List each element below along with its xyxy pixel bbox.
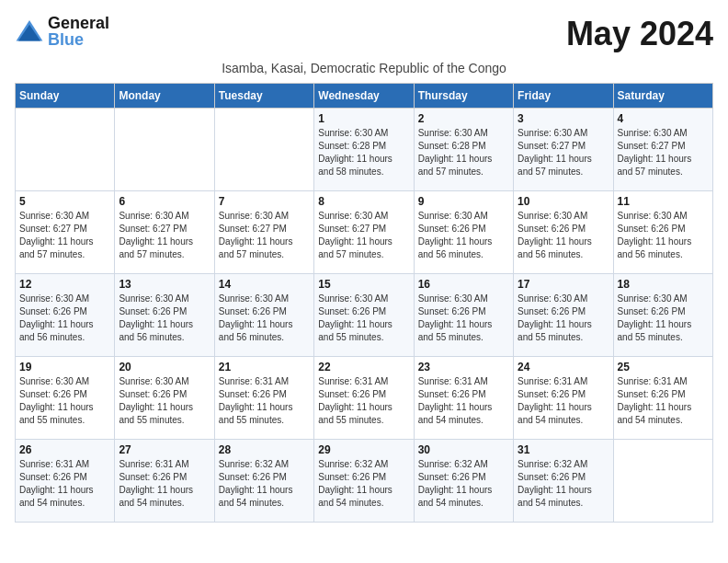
day-info: Sunrise: 6:30 AM Sunset: 6:26 PM Dayligh… — [618, 293, 709, 344]
day-number: 30 — [418, 443, 509, 456]
calendar-week-1: 1Sunrise: 6:30 AM Sunset: 6:28 PM Daylig… — [16, 109, 713, 191]
day-number: 2 — [418, 112, 509, 125]
title-area: May 2024 — [566, 15, 713, 53]
logo-icon — [15, 18, 44, 44]
logo: General Blue — [15, 15, 109, 48]
calendar-cell: 17Sunrise: 6:30 AM Sunset: 6:26 PM Dayli… — [514, 274, 613, 357]
header-sunday: Sunday — [16, 84, 115, 109]
day-info: Sunrise: 6:30 AM Sunset: 6:26 PM Dayligh… — [119, 293, 210, 344]
day-info: Sunrise: 6:30 AM Sunset: 6:26 PM Dayligh… — [19, 293, 110, 344]
day-number: 31 — [518, 443, 609, 456]
day-number: 26 — [19, 443, 110, 456]
calendar-cell: 25Sunrise: 6:31 AM Sunset: 6:26 PM Dayli… — [613, 357, 712, 440]
day-number: 27 — [119, 443, 210, 456]
calendar-cell: 27Sunrise: 6:31 AM Sunset: 6:26 PM Dayli… — [115, 440, 214, 523]
calendar-cell: 21Sunrise: 6:31 AM Sunset: 6:26 PM Dayli… — [214, 357, 313, 440]
day-info: Sunrise: 6:30 AM Sunset: 6:27 PM Dayligh… — [518, 127, 609, 178]
day-info: Sunrise: 6:31 AM Sunset: 6:26 PM Dayligh… — [19, 458, 110, 510]
calendar-cell: 10Sunrise: 6:30 AM Sunset: 6:26 PM Dayli… — [514, 191, 613, 274]
day-info: Sunrise: 6:32 AM Sunset: 6:26 PM Dayligh… — [518, 458, 609, 510]
day-info: Sunrise: 6:31 AM Sunset: 6:26 PM Dayligh… — [219, 375, 310, 427]
day-number: 12 — [19, 278, 110, 291]
day-info: Sunrise: 6:31 AM Sunset: 6:26 PM Dayligh… — [618, 375, 709, 427]
day-number: 7 — [219, 195, 310, 208]
day-number: 3 — [518, 112, 609, 125]
calendar-cell — [613, 440, 712, 523]
day-number: 16 — [418, 278, 509, 291]
calendar-header: Sunday Monday Tuesday Wednesday Thursday… — [16, 84, 713, 109]
day-number: 29 — [318, 443, 409, 456]
calendar-cell: 2Sunrise: 6:30 AM Sunset: 6:28 PM Daylig… — [414, 109, 513, 191]
day-number: 1 — [318, 112, 409, 125]
calendar-cell: 22Sunrise: 6:31 AM Sunset: 6:26 PM Dayli… — [314, 357, 414, 440]
calendar-cell: 20Sunrise: 6:30 AM Sunset: 6:26 PM Dayli… — [115, 357, 214, 440]
calendar-cell: 7Sunrise: 6:30 AM Sunset: 6:27 PM Daylig… — [214, 191, 313, 274]
logo-blue: Blue — [48, 30, 84, 49]
calendar-cell: 26Sunrise: 6:31 AM Sunset: 6:26 PM Dayli… — [16, 440, 115, 523]
calendar-cell: 1Sunrise: 6:30 AM Sunset: 6:28 PM Daylig… — [314, 109, 414, 191]
calendar-cell: 13Sunrise: 6:30 AM Sunset: 6:26 PM Dayli… — [115, 274, 214, 357]
calendar-cell: 6Sunrise: 6:30 AM Sunset: 6:27 PM Daylig… — [115, 191, 214, 274]
calendar-cell: 4Sunrise: 6:30 AM Sunset: 6:27 PM Daylig… — [613, 109, 712, 191]
day-number: 18 — [618, 278, 709, 291]
day-number: 21 — [219, 361, 310, 373]
day-info: Sunrise: 6:30 AM Sunset: 6:27 PM Dayligh… — [19, 210, 110, 261]
calendar-cell — [115, 109, 214, 191]
day-info: Sunrise: 6:30 AM Sunset: 6:26 PM Dayligh… — [518, 210, 609, 261]
month-title: May 2024 — [566, 15, 713, 53]
day-info: Sunrise: 6:31 AM Sunset: 6:26 PM Dayligh… — [119, 458, 210, 510]
day-number: 20 — [119, 361, 210, 373]
day-info: Sunrise: 6:30 AM Sunset: 6:27 PM Dayligh… — [119, 210, 210, 261]
calendar-cell: 5Sunrise: 6:30 AM Sunset: 6:27 PM Daylig… — [16, 191, 115, 274]
day-info: Sunrise: 6:31 AM Sunset: 6:26 PM Dayligh… — [518, 375, 609, 427]
day-number: 10 — [518, 195, 609, 208]
day-number: 13 — [119, 278, 210, 291]
day-number: 4 — [618, 112, 709, 125]
day-number: 23 — [418, 361, 509, 373]
day-number: 6 — [119, 195, 210, 208]
day-info: Sunrise: 6:30 AM Sunset: 6:26 PM Dayligh… — [518, 293, 609, 344]
day-info: Sunrise: 6:30 AM Sunset: 6:26 PM Dayligh… — [219, 293, 310, 344]
calendar-week-2: 5Sunrise: 6:30 AM Sunset: 6:27 PM Daylig… — [16, 191, 713, 274]
day-number: 15 — [318, 278, 409, 291]
day-info: Sunrise: 6:31 AM Sunset: 6:26 PM Dayligh… — [418, 375, 509, 427]
header-saturday: Saturday — [613, 84, 712, 109]
day-number: 5 — [19, 195, 110, 208]
calendar-week-5: 26Sunrise: 6:31 AM Sunset: 6:26 PM Dayli… — [16, 440, 713, 523]
calendar-week-3: 12Sunrise: 6:30 AM Sunset: 6:26 PM Dayli… — [16, 274, 713, 357]
calendar-cell: 11Sunrise: 6:30 AM Sunset: 6:26 PM Dayli… — [613, 191, 712, 274]
header-tuesday: Tuesday — [214, 84, 313, 109]
day-info: Sunrise: 6:32 AM Sunset: 6:26 PM Dayligh… — [418, 458, 509, 510]
day-info: Sunrise: 6:30 AM Sunset: 6:26 PM Dayligh… — [318, 293, 409, 344]
header-friday: Friday — [514, 84, 613, 109]
header-monday: Monday — [115, 84, 214, 109]
calendar-cell: 16Sunrise: 6:30 AM Sunset: 6:26 PM Dayli… — [414, 274, 513, 357]
location-subtitle: Isamba, Kasai, Democratic Republic of th… — [15, 61, 713, 75]
day-number: 24 — [518, 361, 609, 373]
day-info: Sunrise: 6:31 AM Sunset: 6:26 PM Dayligh… — [318, 375, 409, 427]
day-number: 17 — [518, 278, 609, 291]
calendar-cell: 29Sunrise: 6:32 AM Sunset: 6:26 PM Dayli… — [314, 440, 414, 523]
calendar-cell: 14Sunrise: 6:30 AM Sunset: 6:26 PM Dayli… — [214, 274, 313, 357]
days-of-week-row: Sunday Monday Tuesday Wednesday Thursday… — [16, 84, 713, 109]
calendar-table: Sunday Monday Tuesday Wednesday Thursday… — [15, 83, 713, 523]
day-info: Sunrise: 6:30 AM Sunset: 6:27 PM Dayligh… — [318, 210, 409, 261]
calendar-cell: 30Sunrise: 6:32 AM Sunset: 6:26 PM Dayli… — [414, 440, 513, 523]
calendar-cell: 3Sunrise: 6:30 AM Sunset: 6:27 PM Daylig… — [514, 109, 613, 191]
day-info: Sunrise: 6:30 AM Sunset: 6:26 PM Dayligh… — [19, 375, 110, 427]
logo-general: General — [48, 14, 109, 32]
day-info: Sunrise: 6:30 AM Sunset: 6:26 PM Dayligh… — [618, 210, 709, 261]
calendar-cell: 24Sunrise: 6:31 AM Sunset: 6:26 PM Dayli… — [514, 357, 613, 440]
day-info: Sunrise: 6:30 AM Sunset: 6:26 PM Dayligh… — [418, 293, 509, 344]
calendar-cell: 15Sunrise: 6:30 AM Sunset: 6:26 PM Dayli… — [314, 274, 414, 357]
header-wednesday: Wednesday — [314, 84, 414, 109]
calendar-cell: 28Sunrise: 6:32 AM Sunset: 6:26 PM Dayli… — [214, 440, 313, 523]
day-number: 28 — [219, 443, 310, 456]
day-number: 11 — [618, 195, 709, 208]
calendar-cell: 19Sunrise: 6:30 AM Sunset: 6:26 PM Dayli… — [16, 357, 115, 440]
header-thursday: Thursday — [414, 84, 513, 109]
day-number: 22 — [318, 361, 409, 373]
day-number: 14 — [219, 278, 310, 291]
calendar-cell: 9Sunrise: 6:30 AM Sunset: 6:26 PM Daylig… — [414, 191, 513, 274]
day-info: Sunrise: 6:32 AM Sunset: 6:26 PM Dayligh… — [318, 458, 409, 510]
